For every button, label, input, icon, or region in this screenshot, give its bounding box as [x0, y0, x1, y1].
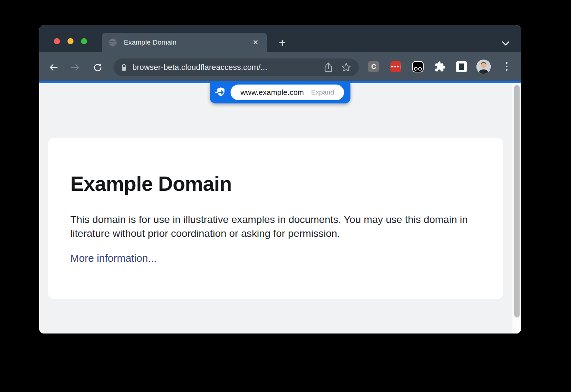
zoom-window-button[interactable] — [81, 38, 87, 44]
expand-button[interactable]: Expand — [311, 88, 334, 96]
isolated-domain-text: www.example.com — [241, 88, 304, 97]
c-extension-icon[interactable]: C — [368, 61, 379, 72]
reload-icon[interactable] — [92, 62, 102, 72]
avatar[interactable] — [476, 60, 491, 74]
page-paragraph: This domain is for use in illustrative e… — [70, 213, 481, 240]
tab-title: Example Domain — [124, 39, 251, 46]
share-icon[interactable] — [324, 62, 333, 73]
url-text: browser-beta.cloudflareaccess.com/... — [132, 63, 316, 72]
lock-icon[interactable] — [121, 63, 127, 71]
shield-arrow-icon — [215, 86, 227, 98]
scrollbar-thumb[interactable] — [514, 85, 520, 317]
tab-close-icon[interactable]: ✕ — [251, 37, 261, 47]
address-bar[interactable]: browser-beta.cloudflareaccess.com/... — [113, 58, 359, 76]
kebab-menu-icon[interactable] — [506, 62, 507, 71]
browser-window: Example Domain ✕ + browser-beta.cloudfla… — [39, 25, 521, 334]
sidebar-extension-icon[interactable] — [456, 61, 467, 72]
minimize-window-button[interactable] — [67, 38, 74, 44]
puzzle-icon[interactable] — [434, 61, 446, 72]
content-card: Example Domain This domain is for use in… — [48, 138, 503, 299]
back-icon[interactable] — [49, 62, 59, 72]
page-title: Example Domain — [70, 172, 232, 195]
more-information-link[interactable]: More information... — [70, 253, 157, 264]
scrollbar-track[interactable] — [512, 83, 521, 334]
page-viewport: www.example.com Expand Example Domain Th… — [39, 83, 521, 334]
password-manager-icon[interactable] — [390, 61, 401, 72]
chevron-down-icon[interactable] — [502, 41, 510, 46]
tab-strip: Example Domain ✕ + — [39, 25, 521, 52]
tab-example-domain[interactable]: Example Domain ✕ — [102, 33, 267, 52]
window-controls — [54, 38, 87, 44]
forward-icon[interactable] — [70, 62, 80, 72]
isolation-banner[interactable]: www.example.com Expand — [210, 81, 350, 103]
isolation-domain-pill[interactable]: www.example.com Expand — [231, 85, 344, 100]
close-window-button[interactable] — [54, 38, 60, 44]
star-icon[interactable] — [341, 62, 352, 73]
dark-extension-icon[interactable] — [412, 61, 424, 72]
globe-icon — [108, 38, 117, 47]
toolbar: browser-beta.cloudflareaccess.com/... C — [39, 52, 521, 81]
new-tab-button[interactable]: + — [276, 36, 289, 50]
